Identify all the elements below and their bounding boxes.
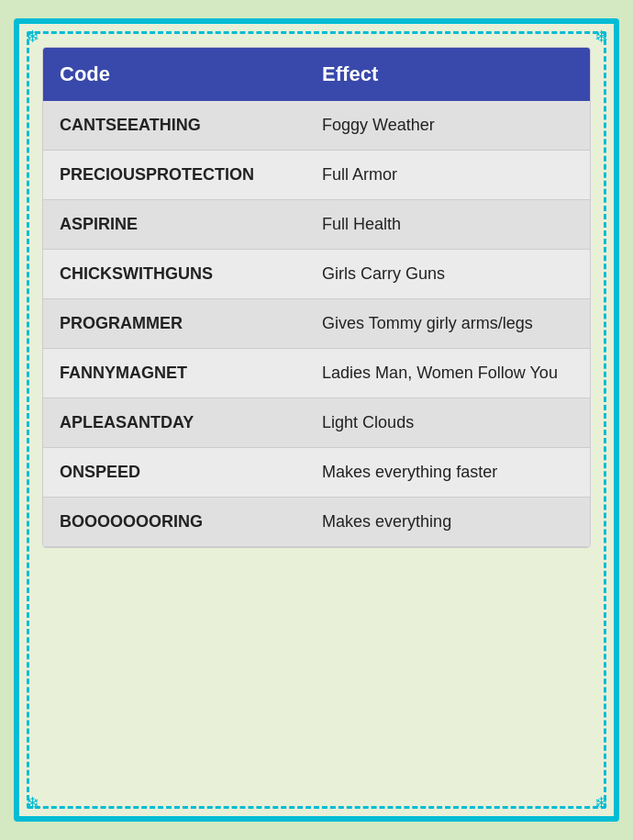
effect-cell: Ladies Man, Women Follow You [305, 349, 590, 398]
code-cell: CANTSEEATHING [43, 101, 305, 151]
table-row: CHICKSWITHGUNSGirls Carry Guns [43, 250, 590, 299]
corner-icon-tr: ❄ [590, 26, 612, 48]
code-cell: APLEASANTDAY [43, 398, 305, 448]
corner-icon-tl: ❄ [21, 26, 43, 48]
corner-icon-bl: ❄ [21, 792, 43, 814]
table-row: BOOOOOOORINGMakes everything [43, 498, 590, 547]
col-code-header: Code [43, 48, 305, 101]
table-row: PROGRAMMERGives Tommy girly arms/legs [43, 299, 590, 349]
table-body: CANTSEEATHINGFoggy WeatherPRECIOUSPROTEC… [43, 101, 590, 547]
effect-cell: Makes everything faster [305, 448, 590, 498]
effect-cell: Full Armor [305, 151, 590, 200]
col-effect-header: Effect [305, 48, 590, 101]
effect-cell: Foggy Weather [305, 101, 590, 151]
table-row: CANTSEEATHINGFoggy Weather [43, 101, 590, 151]
code-cell: PRECIOUSPROTECTION [43, 151, 305, 200]
table-row: FANNYMAGNETLadies Man, Women Follow You [43, 349, 590, 398]
corner-icon-br: ❄ [590, 792, 612, 814]
cheat-codes-table-container: Code Effect CANTSEEATHINGFoggy WeatherPR… [42, 47, 591, 548]
outer-border: ❄ ❄ ❄ ❄ Code Effect CANTSEEATHINGFoggy W… [14, 18, 619, 822]
code-cell: CHICKSWITHGUNS [43, 250, 305, 299]
table-row: APLEASANTDAYLight Clouds [43, 398, 590, 448]
code-cell: ASPIRINE [43, 200, 305, 250]
effect-cell: Makes everything [305, 498, 590, 547]
code-cell: FANNYMAGNET [43, 349, 305, 398]
code-cell: PROGRAMMER [43, 299, 305, 349]
table-row: ASPIRINEFull Health [43, 200, 590, 250]
effect-cell: Light Clouds [305, 398, 590, 448]
table-header-row: Code Effect [43, 48, 590, 101]
table-row: ONSPEEDMakes everything faster [43, 448, 590, 498]
code-cell: ONSPEED [43, 448, 305, 498]
effect-cell: Gives Tommy girly arms/legs [305, 299, 590, 349]
cheat-codes-table: Code Effect CANTSEEATHINGFoggy WeatherPR… [43, 48, 590, 547]
table-row: PRECIOUSPROTECTIONFull Armor [43, 151, 590, 200]
effect-cell: Girls Carry Guns [305, 250, 590, 299]
inner-border: Code Effect CANTSEEATHINGFoggy WeatherPR… [27, 31, 606, 809]
effect-cell: Full Health [305, 200, 590, 250]
code-cell: BOOOOOOORING [43, 498, 305, 547]
